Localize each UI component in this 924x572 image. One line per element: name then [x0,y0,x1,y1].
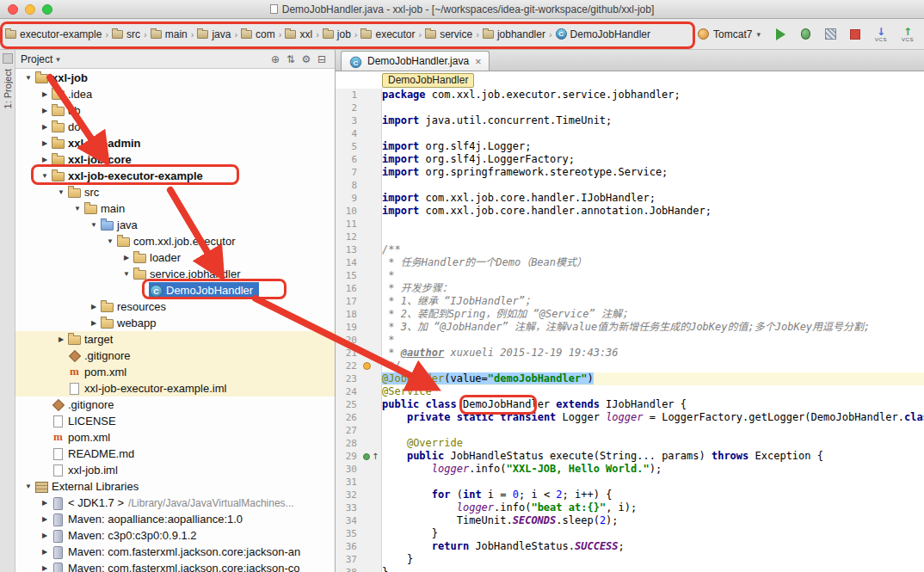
code-text[interactable]: @Service [382,385,924,398]
tree-item[interactable]: ▼main [15,200,335,217]
tree-item[interactable]: ▶xxl-job-admin [15,135,335,151]
tree-item[interactable]: ▶Maven: com.fasterxml.jackson.core:jacks… [15,544,335,560]
code-text[interactable]: } [382,566,924,572]
expand-arrow-icon[interactable]: ▼ [39,172,51,180]
line-number[interactable]: 26 [336,411,361,424]
line-number[interactable]: 8 [336,179,361,192]
close-tab-icon[interactable]: × [475,55,482,68]
line-number[interactable]: 27 [336,424,361,437]
line-number[interactable]: 20 [336,334,361,347]
vcs-commit-button[interactable]: ↑ VCS [898,27,917,42]
stop-button[interactable] [847,25,864,44]
tree-item[interactable]: ▶target [15,331,335,348]
code-text[interactable]: import org.slf4j.Logger; [382,140,924,153]
override-arrow-icon[interactable]: ↑ [372,450,379,463]
collapse-all-icon[interactable]: ⊟ [314,53,330,65]
code-text[interactable]: public class DemoJobHandler extends IJob… [382,398,924,411]
expand-arrow-icon[interactable]: ▼ [104,237,116,245]
breadcrumb-item[interactable]: executor [359,27,416,42]
code-text[interactable]: TimeUnit.SECONDS.sleep(2); [382,514,924,527]
tree-item[interactable]: ▶< JDK1.7 >/Library/Java/JavaVirtualMach… [15,495,335,511]
breadcrumb-item[interactable]: main [149,27,189,42]
code-text[interactable]: * 任务Handler的一个Demo（Bean模式） [382,256,924,269]
code-text[interactable] [382,424,924,437]
tree-item[interactable]: ▼com.xxl.job.executor [15,233,335,249]
code-text[interactable]: import com.xxl.job.core.handler.annotati… [382,205,924,218]
tab-demojobhandler[interactable]: DemoJobHandler.java × [341,51,490,71]
code-text[interactable]: @JobHander(value="demoJobHandler") [382,372,924,385]
tree-item[interactable]: ▶xxl-job-core [15,151,335,168]
line-number[interactable]: 34 [336,514,361,527]
expand-arrow-icon[interactable]: ▼ [120,270,132,278]
tree-item[interactable]: ▶Maven: aopalliance:aopalliance:1.0 [15,511,335,527]
code-text[interactable] [382,127,924,140]
tree-item[interactable]: xxl-job.iml [15,462,335,478]
line-number[interactable]: 5 [336,140,361,153]
expand-arrow-icon[interactable]: ▶ [88,303,100,311]
tree-item[interactable]: pom.xml [15,429,335,446]
code-text[interactable]: } [382,553,924,566]
expand-arrow-icon[interactable]: ▼ [71,205,83,212]
code-text[interactable]: public JobHandleStatus execute(String...… [382,450,924,463]
tree-item[interactable]: ▶loader [15,249,335,266]
debug-button[interactable] [797,25,814,44]
breadcrumb-class-chip[interactable]: DemoJobHandler [382,73,474,88]
tree-item[interactable]: ▼xxl-job-executor-example [15,168,335,184]
line-number[interactable]: 6 [336,153,361,166]
line-number[interactable]: 3 [336,114,361,127]
code-area[interactable]: 1package com.xxl.job.executor.service.jo… [336,89,924,572]
expand-arrow-icon[interactable]: ▼ [88,221,100,229]
line-number[interactable]: 17 [336,295,361,308]
expand-arrow-icon[interactable]: ▼ [22,74,34,82]
code-text[interactable]: */ [382,360,924,372]
tree-item[interactable]: ▶webapp [15,315,335,331]
code-text[interactable]: import org.slf4j.LoggerFactory; [382,153,924,166]
scroll-from-source-icon[interactable]: ⇅ [283,53,299,65]
code-text[interactable]: /** [382,243,924,256]
code-text[interactable]: * 2、装配到Spring，例如加 “@Service” 注解； [382,308,924,321]
tree-item[interactable]: ▼service.jobhandler [15,266,335,282]
run-configuration-select[interactable]: Tomcat7 ▾ [694,27,764,42]
code-text[interactable] [382,101,924,114]
tree-item[interactable]: xxl-job-executor-example.iml [15,380,335,397]
tree-item[interactable]: ▶doc [15,119,335,135]
expand-arrow-icon[interactable]: ▼ [55,188,67,196]
line-number[interactable]: 19 [336,321,361,334]
tree-item[interactable]: LICENSE [15,413,335,429]
expand-arrow-icon[interactable]: ▶ [39,139,51,147]
expand-arrow-icon[interactable]: ▶ [120,254,132,261]
line-number[interactable]: 33 [336,501,361,514]
breadcrumb-item[interactable]: com [239,27,277,42]
line-number[interactable]: 37 [336,553,361,566]
expand-arrow-icon[interactable]: ▶ [39,156,51,163]
tree-item[interactable]: ▶Maven: c3p0:c3p0:0.9.1.2 [15,527,335,544]
code-text[interactable] [382,231,924,243]
project-view-dropdown[interactable]: Project ▾ [21,53,60,65]
breadcrumb-item[interactable]: xxl [283,27,314,42]
expand-arrow-icon[interactable]: ▶ [39,548,51,556]
line-number[interactable]: 15 [336,269,361,282]
minimize-window-button[interactable] [25,4,35,15]
tree-item[interactable]: pom.xml [15,364,335,380]
code-text[interactable]: package com.xxl.job.executor.service.job… [382,89,924,101]
line-number[interactable]: 21 [336,347,361,360]
line-number[interactable]: 22 [336,360,361,372]
tree-item[interactable]: README.md [15,446,335,462]
line-number[interactable]: 16 [336,282,361,295]
line-number[interactable]: 14 [336,256,361,269]
tree-item[interactable]: ▶Maven: com.fasterxml.jackson.core:jacks… [15,560,335,572]
line-number[interactable]: 12 [336,231,361,243]
breadcrumb-item[interactable]: CDemoJobHandler [554,27,652,42]
code-text[interactable]: * [382,334,924,347]
code-text[interactable]: * 开发步骤： [382,282,924,295]
override-marker-icon[interactable] [363,453,370,460]
line-number[interactable]: 24 [336,385,361,398]
line-number[interactable]: 23 [336,372,361,385]
code-text[interactable]: * @author xuxueli 2015-12-19 19:43:36 [382,347,924,360]
code-text[interactable]: logger.info("XXL-JOB, Hello World."); [382,463,924,476]
code-text[interactable] [382,218,924,231]
code-text[interactable]: for (int i = 0; i < 2; i++) { [382,489,924,501]
expand-arrow-icon[interactable]: ▶ [39,564,51,572]
breadcrumb-item[interactable]: java [195,27,232,42]
zoom-window-button[interactable] [42,4,52,15]
